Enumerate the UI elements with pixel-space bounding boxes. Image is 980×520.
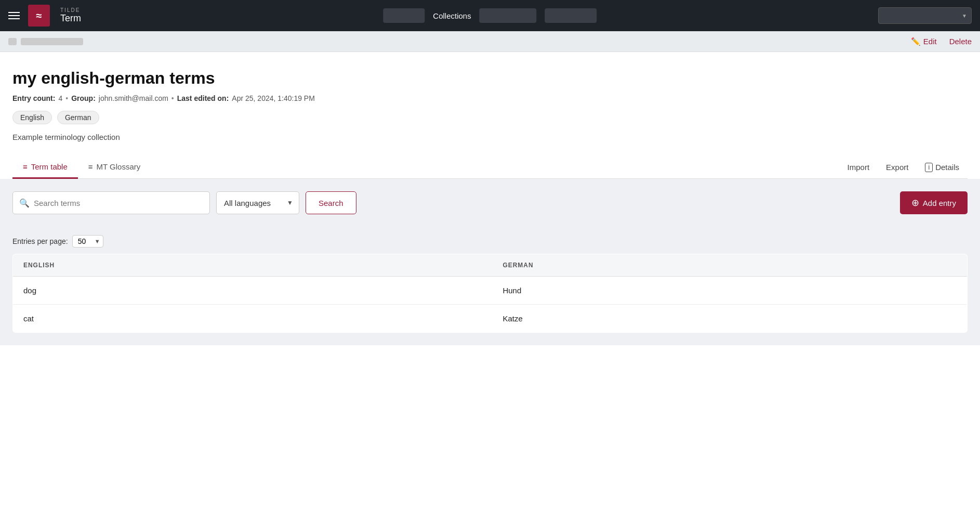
add-entry-icon: ⊕ xyxy=(911,197,919,209)
nav-pill-3[interactable] xyxy=(545,8,597,23)
edit-icon: ✏️ xyxy=(911,37,921,46)
language-select[interactable]: All languages English German xyxy=(216,191,299,214)
search-input-wrap[interactable]: 🔍 xyxy=(12,191,210,214)
entry-count-value: 4 xyxy=(58,94,62,102)
table-row[interactable]: cat Katze xyxy=(13,305,968,333)
breadcrumb-bar: ✏️ Edit Delete xyxy=(0,31,980,52)
dot-2: • xyxy=(171,94,174,102)
tag-english: English xyxy=(12,111,52,124)
per-page-wrap[interactable]: 50 25 100 ▼ xyxy=(72,235,103,248)
tab-mt-glossary-label: MT Glossary xyxy=(97,162,141,171)
brand-text: TILDE Term xyxy=(60,7,81,24)
logo-box: ≈ xyxy=(28,5,50,27)
nav-chevron-icon: ▼ xyxy=(962,13,967,19)
tab-term-table-label: Term table xyxy=(31,162,68,171)
mt-glossary-icon: ≡ xyxy=(88,162,93,171)
tab-mt-glossary[interactable]: ≡ MT Glossary xyxy=(78,156,151,179)
export-button[interactable]: Export xyxy=(878,157,917,178)
breadcrumb-text xyxy=(21,38,83,45)
delete-label: Delete xyxy=(949,37,972,46)
last-edited-value: Apr 25, 2024, 1:40:19 PM xyxy=(232,94,315,102)
col-english: ENGLISH xyxy=(13,254,493,277)
term-table-icon: ≡ xyxy=(23,162,28,171)
hamburger-menu[interactable] xyxy=(8,12,20,19)
breadcrumb-actions: ✏️ Edit Delete xyxy=(911,37,972,46)
table-area: Entries per page: 50 25 100 ▼ ENGLISH GE… xyxy=(0,227,980,345)
breadcrumb-icon xyxy=(8,38,17,45)
logo-tilde: ≈ xyxy=(36,10,42,21)
nav-center: Collections xyxy=(383,8,597,23)
search-button[interactable]: Search xyxy=(306,191,356,214)
group-label: Group: xyxy=(71,94,96,102)
page-title: my english-german terms xyxy=(12,69,968,88)
edit-button[interactable]: ✏️ Edit xyxy=(911,37,937,46)
details-icon: i xyxy=(925,163,933,172)
details-label: Details xyxy=(935,163,959,172)
delete-button[interactable]: Delete xyxy=(949,37,972,46)
meta-row: Entry count: 4 • Group: john.smith@mail.… xyxy=(12,94,968,102)
cell-german-1: Katze xyxy=(492,305,967,333)
dot-1: • xyxy=(65,94,68,102)
top-navigation: ≈ TILDE Term Collections ▼ xyxy=(0,0,980,31)
search-button-label: Search xyxy=(319,199,343,207)
nav-search-input[interactable] xyxy=(883,12,960,20)
cell-english-0: dog xyxy=(13,277,493,305)
entries-per-page-label: Entries per page: xyxy=(12,237,68,245)
search-section: 🔍 All languages English German ▼ Search … xyxy=(0,179,980,227)
edit-label: Edit xyxy=(923,37,937,46)
export-label: Export xyxy=(886,163,908,172)
nav-collections[interactable]: Collections xyxy=(433,11,471,20)
collection-description: Example terminology collection xyxy=(12,133,968,141)
table-body: dog Hund cat Katze xyxy=(13,277,968,333)
search-icon: 🔍 xyxy=(19,198,30,208)
entry-count-label: Entry count: xyxy=(12,94,55,102)
group-value: john.smith@mail.com xyxy=(99,94,168,102)
import-label: Import xyxy=(847,163,870,172)
table-header-row: ENGLISH GERMAN xyxy=(13,254,968,277)
tag-german: German xyxy=(57,111,99,124)
cell-english-1: cat xyxy=(13,305,493,333)
add-entry-button[interactable]: ⊕ Add entry xyxy=(900,191,968,214)
nav-pill-2[interactable] xyxy=(480,8,537,23)
brand-term-label: Term xyxy=(60,13,81,24)
details-button[interactable]: i Details xyxy=(917,157,968,178)
table-row[interactable]: dog Hund xyxy=(13,277,968,305)
nav-search-box[interactable]: ▼ xyxy=(878,7,972,24)
per-page-select[interactable]: 50 25 100 xyxy=(72,235,103,248)
search-input[interactable] xyxy=(34,199,203,207)
col-german: GERMAN xyxy=(492,254,967,277)
brand-tilde-label: TILDE xyxy=(60,7,81,13)
last-edited-label: Last edited on: xyxy=(177,94,229,102)
cell-german-0: Hund xyxy=(492,277,967,305)
add-entry-label: Add entry xyxy=(923,199,956,207)
tab-term-table[interactable]: ≡ Term table xyxy=(12,156,78,179)
nav-pill-1[interactable] xyxy=(383,8,425,23)
tabs-bar: ≡ Term table ≡ MT Glossary Import Export… xyxy=(12,156,968,179)
import-button[interactable]: Import xyxy=(839,157,878,178)
main-content: my english-german terms Entry count: 4 •… xyxy=(0,52,980,179)
search-row: 🔍 All languages English German ▼ Search … xyxy=(12,191,968,214)
entries-per-page-row: Entries per page: 50 25 100 ▼ xyxy=(12,227,968,254)
table-header: ENGLISH GERMAN xyxy=(13,254,968,277)
nav-right: ▼ xyxy=(878,7,972,24)
lang-select-wrap[interactable]: All languages English German ▼ xyxy=(216,191,299,214)
tags-row: English German xyxy=(12,111,968,124)
term-table: ENGLISH GERMAN dog Hund cat Katze xyxy=(12,254,968,333)
